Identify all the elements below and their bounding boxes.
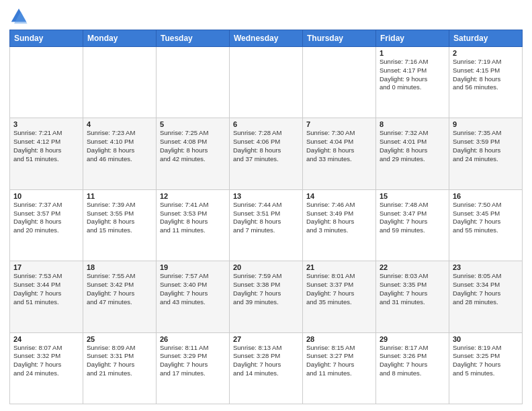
calendar-cell (157, 47, 230, 118)
day-info: Sunrise: 8:15 AM Sunset: 3:27 PM Dayligh… (306, 344, 372, 378)
calendar-header-thursday: Thursday (303, 30, 376, 47)
calendar-header-friday: Friday (376, 30, 449, 47)
day-info: Sunrise: 7:50 AM Sunset: 3:45 PM Dayligh… (453, 201, 519, 235)
day-info: Sunrise: 7:25 AM Sunset: 4:08 PM Dayligh… (160, 129, 226, 163)
calendar-cell: 11Sunrise: 7:39 AM Sunset: 3:55 PM Dayli… (83, 189, 157, 261)
calendar-cell: 13Sunrise: 7:44 AM Sunset: 3:51 PM Dayli… (230, 189, 303, 261)
calendar-cell: 6Sunrise: 7:28 AM Sunset: 4:06 PM Daylig… (230, 118, 303, 189)
calendar-cell: 1Sunrise: 7:16 AM Sunset: 4:17 PM Daylig… (376, 47, 449, 118)
day-info: Sunrise: 7:44 AM Sunset: 3:51 PM Dayligh… (233, 201, 299, 235)
header (9, 7, 523, 26)
calendar-cell: 3Sunrise: 7:21 AM Sunset: 4:12 PM Daylig… (10, 118, 83, 189)
calendar-cell: 19Sunrise: 7:57 AM Sunset: 3:40 PM Dayli… (157, 261, 230, 332)
day-info: Sunrise: 7:19 AM Sunset: 4:15 PM Dayligh… (453, 58, 519, 92)
day-number: 27 (233, 335, 299, 343)
day-info: Sunrise: 7:35 AM Sunset: 3:59 PM Dayligh… (453, 129, 519, 163)
day-number: 20 (233, 263, 299, 271)
calendar-cell (303, 47, 376, 118)
day-info: Sunrise: 7:46 AM Sunset: 3:49 PM Dayligh… (306, 201, 372, 235)
day-number: 13 (233, 192, 299, 200)
day-info: Sunrise: 8:11 AM Sunset: 3:29 PM Dayligh… (160, 344, 226, 378)
calendar-cell: 10Sunrise: 7:37 AM Sunset: 3:57 PM Dayli… (10, 189, 83, 261)
day-number: 28 (306, 335, 372, 343)
day-number: 16 (453, 192, 519, 200)
calendar-header-tuesday: Tuesday (157, 30, 230, 47)
calendar-header-wednesday: Wednesday (230, 30, 303, 47)
day-info: Sunrise: 8:07 AM Sunset: 3:32 PM Dayligh… (13, 344, 79, 378)
calendar-cell: 24Sunrise: 8:07 AM Sunset: 3:32 PM Dayli… (10, 332, 83, 404)
calendar-header-sunday: Sunday (10, 30, 83, 47)
day-number: 10 (13, 192, 79, 200)
calendar-week-row: 10Sunrise: 7:37 AM Sunset: 3:57 PM Dayli… (10, 189, 523, 261)
calendar-cell (230, 47, 303, 118)
day-info: Sunrise: 8:05 AM Sunset: 3:34 PM Dayligh… (453, 272, 519, 306)
calendar-cell: 30Sunrise: 8:19 AM Sunset: 3:25 PM Dayli… (449, 332, 523, 404)
calendar-cell: 14Sunrise: 7:46 AM Sunset: 3:49 PM Dayli… (303, 189, 376, 261)
calendar-cell: 26Sunrise: 8:11 AM Sunset: 3:29 PM Dayli… (157, 332, 230, 404)
logo (9, 7, 31, 26)
day-info: Sunrise: 8:01 AM Sunset: 3:37 PM Dayligh… (306, 272, 372, 306)
day-number: 1 (380, 49, 445, 57)
day-number: 11 (87, 192, 152, 200)
day-number: 25 (87, 335, 152, 343)
calendar-cell: 7Sunrise: 7:30 AM Sunset: 4:04 PM Daylig… (303, 118, 376, 189)
day-number: 21 (306, 263, 372, 271)
calendar-cell: 5Sunrise: 7:25 AM Sunset: 4:08 PM Daylig… (157, 118, 230, 189)
calendar-cell: 28Sunrise: 8:15 AM Sunset: 3:27 PM Dayli… (303, 332, 376, 404)
day-info: Sunrise: 8:13 AM Sunset: 3:28 PM Dayligh… (233, 344, 299, 378)
calendar-week-row: 17Sunrise: 7:53 AM Sunset: 3:44 PM Dayli… (10, 261, 523, 332)
day-info: Sunrise: 7:37 AM Sunset: 3:57 PM Dayligh… (13, 201, 79, 235)
day-number: 2 (453, 49, 519, 57)
day-number: 22 (380, 263, 445, 271)
day-number: 3 (13, 120, 79, 128)
day-info: Sunrise: 7:55 AM Sunset: 3:42 PM Dayligh… (87, 272, 152, 306)
calendar-cell: 16Sunrise: 7:50 AM Sunset: 3:45 PM Dayli… (449, 189, 523, 261)
page: SundayMondayTuesdayWednesdayThursdayFrid… (0, 0, 532, 411)
day-number: 24 (13, 335, 79, 343)
day-info: Sunrise: 7:48 AM Sunset: 3:47 PM Dayligh… (380, 201, 445, 235)
day-info: Sunrise: 8:03 AM Sunset: 3:35 PM Dayligh… (380, 272, 445, 306)
calendar-cell: 20Sunrise: 7:59 AM Sunset: 3:38 PM Dayli… (230, 261, 303, 332)
day-info: Sunrise: 7:16 AM Sunset: 4:17 PM Dayligh… (380, 58, 445, 92)
day-info: Sunrise: 7:23 AM Sunset: 4:10 PM Dayligh… (87, 129, 152, 163)
day-number: 5 (160, 120, 226, 128)
calendar-week-row: 24Sunrise: 8:07 AM Sunset: 3:32 PM Dayli… (10, 332, 523, 404)
calendar-cell: 21Sunrise: 8:01 AM Sunset: 3:37 PM Dayli… (303, 261, 376, 332)
calendar-table: SundayMondayTuesdayWednesdayThursdayFrid… (9, 30, 523, 404)
calendar-header-saturday: Saturday (449, 30, 523, 47)
day-info: Sunrise: 7:28 AM Sunset: 4:06 PM Dayligh… (233, 129, 299, 163)
calendar-cell: 9Sunrise: 7:35 AM Sunset: 3:59 PM Daylig… (449, 118, 523, 189)
calendar-cell: 23Sunrise: 8:05 AM Sunset: 3:34 PM Dayli… (449, 261, 523, 332)
calendar-cell: 22Sunrise: 8:03 AM Sunset: 3:35 PM Dayli… (376, 261, 449, 332)
calendar-cell: 18Sunrise: 7:55 AM Sunset: 3:42 PM Dayli… (83, 261, 157, 332)
day-info: Sunrise: 8:17 AM Sunset: 3:26 PM Dayligh… (380, 344, 445, 378)
calendar-cell: 2Sunrise: 7:19 AM Sunset: 4:15 PM Daylig… (449, 47, 523, 118)
calendar-cell: 15Sunrise: 7:48 AM Sunset: 3:47 PM Dayli… (376, 189, 449, 261)
day-number: 18 (87, 263, 152, 271)
day-number: 14 (306, 192, 372, 200)
day-info: Sunrise: 7:57 AM Sunset: 3:40 PM Dayligh… (160, 272, 226, 306)
day-number: 19 (160, 263, 226, 271)
day-number: 9 (453, 120, 519, 128)
calendar-cell: 17Sunrise: 7:53 AM Sunset: 3:44 PM Dayli… (10, 261, 83, 332)
calendar-cell: 27Sunrise: 8:13 AM Sunset: 3:28 PM Dayli… (230, 332, 303, 404)
calendar-header-monday: Monday (83, 30, 157, 47)
day-info: Sunrise: 7:30 AM Sunset: 4:04 PM Dayligh… (306, 129, 372, 163)
day-number: 12 (160, 192, 226, 200)
day-info: Sunrise: 7:41 AM Sunset: 3:53 PM Dayligh… (160, 201, 226, 235)
day-info: Sunrise: 8:19 AM Sunset: 3:25 PM Dayligh… (453, 344, 519, 378)
logo-icon (9, 7, 28, 26)
calendar-cell: 12Sunrise: 7:41 AM Sunset: 3:53 PM Dayli… (157, 189, 230, 261)
day-info: Sunrise: 7:32 AM Sunset: 4:01 PM Dayligh… (380, 129, 445, 163)
calendar-cell (83, 47, 157, 118)
calendar-week-row: 3Sunrise: 7:21 AM Sunset: 4:12 PM Daylig… (10, 118, 523, 189)
day-info: Sunrise: 7:21 AM Sunset: 4:12 PM Dayligh… (13, 129, 79, 163)
day-number: 29 (380, 335, 445, 343)
calendar-week-row: 1Sunrise: 7:16 AM Sunset: 4:17 PM Daylig… (10, 47, 523, 118)
day-number: 8 (380, 120, 445, 128)
day-number: 30 (453, 335, 519, 343)
calendar-cell: 4Sunrise: 7:23 AM Sunset: 4:10 PM Daylig… (83, 118, 157, 189)
day-number: 7 (306, 120, 372, 128)
calendar-cell: 25Sunrise: 8:09 AM Sunset: 3:31 PM Dayli… (83, 332, 157, 404)
day-info: Sunrise: 7:59 AM Sunset: 3:38 PM Dayligh… (233, 272, 299, 306)
